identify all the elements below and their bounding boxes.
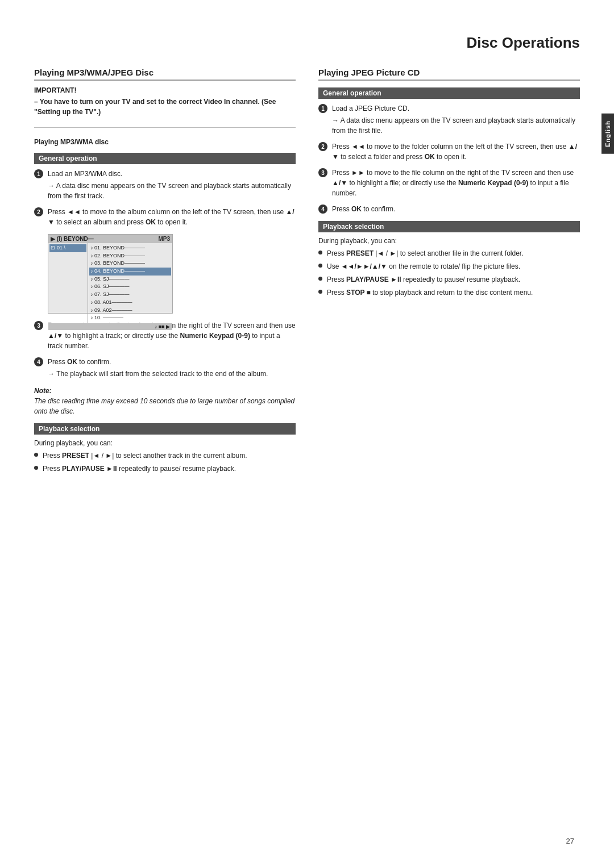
step-content-4-left: Press OK to confirm. The playback will s… <box>48 357 296 379</box>
step-num-3-left: 3 <box>34 321 43 330</box>
step-3-right: 3 Press ►► to move to the file column on… <box>318 168 580 198</box>
bullet-item-2-left: Press PLAY/PAUSE ►II repeatedly to pause… <box>34 464 296 474</box>
bullet-dot-1-left <box>34 453 38 457</box>
bullet-dot-1-right <box>318 251 322 254</box>
screen-left-panel: ⊡ 01 \ <box>48 243 88 323</box>
track-row-6: ♪ 06. SJ———— <box>89 283 171 291</box>
important-box: IMPORTANT! – You have to turn on your TV… <box>34 86 296 117</box>
step-3-text-right: Press ►► to move to the file column on t… <box>332 168 580 198</box>
step-content-2-left: Press ◄◄ to move to the album column on … <box>48 207 296 227</box>
step-4-arrow-left: The playback will start from the selecte… <box>48 369 296 379</box>
step-num-1-left: 1 <box>34 169 43 178</box>
step-content-1-left: Load an MP3/WMA disc. A data disc menu a… <box>48 169 296 201</box>
page-number: 27 <box>566 837 574 845</box>
bullet-item-1-right: Press PRESET |◄ / ►| to select another f… <box>318 248 580 258</box>
bullet-item-2-right: Use ◄◄/►►/▲/▼ on the remote to rotate/ f… <box>318 261 580 272</box>
bullet-text-2-right: Use ◄◄/►►/▲/▼ on the remote to rotate/ f… <box>327 261 520 272</box>
track-icon-6: ♪ <box>90 283 93 290</box>
screen-image: ▶ (I) BEYOND— MP3 ⊡ 01 \ ♪ 01. BEYOND— <box>48 234 173 314</box>
step-content-1-right: Load a JPEG Picture CD. A data disc menu… <box>332 103 580 136</box>
bullet-item-4-right: Press STOP ■ to stop playback and return… <box>318 287 580 298</box>
section-title-left: Playing MP3/WMA/JPEG Disc <box>34 68 296 81</box>
step-2-right: 2 Press ◄◄ to move to the folder column … <box>318 141 580 162</box>
step-num-4-left: 4 <box>34 357 43 366</box>
note-label: Note: <box>34 387 52 395</box>
bullet-dot-2-left <box>34 466 38 470</box>
track-icon-2: ♪ <box>90 253 93 260</box>
right-column: Playing JPEG Picture CD General operatio… <box>318 68 580 477</box>
step-num-2-right: 2 <box>318 142 327 151</box>
track-icon-7: ♪ <box>90 291 93 298</box>
step-1-text-left: Load an MP3/WMA disc. <box>48 169 296 179</box>
playback-bullets-left: Press PRESET |◄ / ►| to select another t… <box>34 450 296 474</box>
bullet-dot-3-right <box>318 277 322 281</box>
step-content-3-right: Press ►► to move to the file column on t… <box>332 168 580 198</box>
bullet-text-1-right: Press PRESET |◄ / ►| to select another f… <box>327 248 523 258</box>
step-4-right: 4 Press OK to confirm. <box>318 204 580 214</box>
bullet-dot-4-right <box>318 290 322 294</box>
track-icon-5: ♪ <box>90 276 93 283</box>
divider-1 <box>34 127 296 128</box>
during-playback-right: During playback, you can: <box>318 237 580 245</box>
track-row-8: ♪ 08. A01———— <box>89 299 171 307</box>
left-column: Playing MP3/WMA/JPEG Disc IMPORTANT! – Y… <box>34 68 296 477</box>
step-num-2-left: 2 <box>34 207 43 216</box>
step-content-2-right: Press ◄◄ to move to the folder column on… <box>332 141 580 162</box>
section-title-right: Playing JPEG Picture CD <box>318 68 580 81</box>
step-4-text-right: Press OK to confirm. <box>332 204 580 214</box>
important-text: – You have to turn on your TV and set to… <box>34 97 296 117</box>
subsection-title-mp3: Playing MP3/WMA disc <box>34 138 296 146</box>
general-operation-bar-left: General operation <box>34 153 296 164</box>
lang-tab: English <box>601 114 614 154</box>
track-icon-4: ♪ <box>90 268 93 275</box>
step-content-4-right: Press OK to confirm. <box>332 204 580 214</box>
track-icon-8: ♪ <box>90 299 93 306</box>
step-1-arrow-left: A data disc menu appears on the TV scree… <box>48 181 296 201</box>
screen-header-format: MP3 <box>158 236 170 242</box>
step-num-4-right: 4 <box>318 205 327 214</box>
track-row-4: ♪ 04. BEYOND———— <box>89 268 171 276</box>
track-icon-1: ♪ <box>90 245 93 252</box>
track-row-2: ♪ 02. BEYOND———— <box>89 252 171 260</box>
screen-footer-controls: ♪ ■■ ▶ <box>155 324 170 329</box>
track-row-3: ♪ 03. BEYOND———— <box>89 260 171 268</box>
step-1-right: 1 Load a JPEG Picture CD. A data disc me… <box>318 103 580 136</box>
note-text: The disc reading time may exceed 10 seco… <box>34 397 294 415</box>
columns-layout: Playing MP3/WMA/JPEG Disc IMPORTANT! – Y… <box>34 68 580 477</box>
track-icon-3: ♪ <box>90 260 93 267</box>
step-num-1-right: 1 <box>318 104 327 113</box>
page-container: Disc Operations English Playing MP3/WMA/… <box>0 0 614 868</box>
track-row-5: ♪ 05. SJ———— <box>89 276 171 283</box>
bullet-text-2-left: Press PLAY/PAUSE ►II repeatedly to pause… <box>43 464 236 474</box>
page-title: Disc Operations <box>34 34 580 57</box>
bullet-text-3-right: Press PLAY/PAUSE ►II repeatedly to pause… <box>327 274 520 285</box>
screen-footer: ♪ ■■ ▶ <box>48 323 172 330</box>
during-playback-left: During playback, you can: <box>34 439 296 447</box>
screen-header-text: ▶ (I) BEYOND— <box>51 236 94 242</box>
bullet-dot-2-right <box>318 264 322 268</box>
screen-header: ▶ (I) BEYOND— MP3 <box>48 235 172 243</box>
screen-body: ⊡ 01 \ ♪ 01. BEYOND———— ♪ 02. BEYOND————… <box>48 243 172 323</box>
step-1-left: 1 Load an MP3/WMA disc. A data disc menu… <box>34 169 296 201</box>
track-row-10: ♪ 10. ———— <box>89 314 171 322</box>
bullet-text-1-left: Press PRESET |◄ / ►| to select another t… <box>43 450 247 461</box>
bullet-item-1-left: Press PRESET |◄ / ►| to select another t… <box>34 450 296 461</box>
step-num-3-right: 3 <box>318 168 327 177</box>
screen-header-left: ▶ (I) BEYOND— <box>51 236 94 242</box>
track-icon-9: ♪ <box>90 307 93 314</box>
track-icon-10: ♪ <box>90 315 93 322</box>
playback-selection-bar-left: Playback selection <box>34 423 296 435</box>
step-2-text-left: Press ◄◄ to move to the album column on … <box>48 207 296 227</box>
bullet-item-3-right: Press PLAY/PAUSE ►II repeatedly to pause… <box>318 274 580 285</box>
screen-right-panel: ♪ 01. BEYOND———— ♪ 02. BEYOND———— ♪ 03. … <box>88 243 172 323</box>
playback-bullets-right: Press PRESET |◄ / ►| to select another f… <box>318 248 580 298</box>
general-operation-bar-right: General operation <box>318 87 580 99</box>
step-1-arrow-right: A data disc menu appears on the TV scree… <box>332 115 580 136</box>
screen-folder-row: ⊡ 01 \ <box>49 244 86 252</box>
note-block: Note: The disc reading time may exceed 1… <box>34 386 296 416</box>
track-row-9: ♪ 09. A02———— <box>89 307 171 315</box>
step-4-text-left: Press OK to confirm. <box>48 357 296 367</box>
folder-label: 01 \ <box>57 245 65 252</box>
track-row-1: ♪ 01. BEYOND———— <box>89 244 171 252</box>
important-label: IMPORTANT! <box>34 86 296 94</box>
